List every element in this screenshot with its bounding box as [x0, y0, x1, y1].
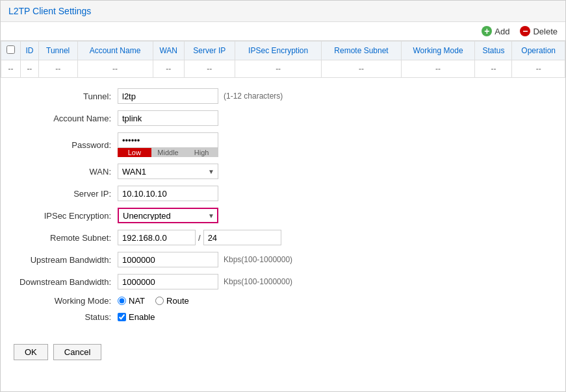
- form-section: Tunnel: (1-12 characters) Account Name: …: [1, 78, 565, 339]
- col-wan: WAN: [153, 42, 184, 60]
- ipsec-label: IPSec Encryption:: [14, 211, 118, 221]
- downstream-label: Downstream Bandwidth:: [14, 277, 118, 287]
- row-id: --: [21, 60, 39, 78]
- subnet-cidr-input[interactable]: [203, 230, 281, 245]
- toolbar: + Add − Delete: [1, 22, 565, 41]
- tunnel-hint: (1-12 characters): [224, 92, 283, 101]
- downstream-control: Kbps(100-1000000): [118, 274, 292, 289]
- downstream-hint: Kbps(100-1000000): [224, 277, 292, 286]
- cancel-button[interactable]: Cancel: [53, 344, 101, 360]
- row-check: --: [1, 60, 21, 78]
- nat-radio-label[interactable]: NAT: [118, 296, 145, 306]
- remote-subnet-control: /: [118, 230, 281, 245]
- wan-select-wrap: WAN1 ▼: [118, 164, 218, 179]
- strength-mid[interactable]: Middle: [151, 148, 185, 157]
- status-row: Status: Enable: [14, 312, 552, 322]
- col-checkbox[interactable]: [1, 42, 21, 60]
- tunnel-row: Tunnel: (1-12 characters): [14, 88, 552, 104]
- server-ip-control: [118, 186, 218, 201]
- password-input[interactable]: [118, 132, 218, 148]
- working-mode-control: NAT Route: [118, 296, 189, 306]
- password-row: Password: Low Middle High: [14, 132, 552, 157]
- page-title: L2TP Client Settings: [1, 1, 565, 22]
- status-checkbox[interactable]: [118, 313, 126, 321]
- col-status: Status: [475, 42, 512, 60]
- col-id: ID: [21, 42, 39, 60]
- route-radio-label[interactable]: Route: [155, 296, 189, 306]
- row-working-mode: --: [401, 60, 475, 78]
- col-server-ip: Server IP: [184, 42, 235, 60]
- password-control: Low Middle High: [118, 132, 218, 157]
- col-working-mode: Working Mode: [401, 42, 475, 60]
- select-all-checkbox[interactable]: [6, 45, 15, 54]
- button-row: OK Cancel: [1, 339, 565, 365]
- main-table: ID Tunnel Account Name WAN Server IP IPS…: [1, 41, 565, 78]
- server-ip-input[interactable]: [118, 186, 218, 201]
- route-label: Route: [166, 296, 189, 306]
- subnet-wrap: /: [118, 230, 281, 245]
- status-checkbox-group: Enable: [118, 312, 155, 322]
- downstream-row: Downstream Bandwidth: Kbps(100-1000000): [14, 274, 552, 289]
- row-tunnel: --: [38, 60, 77, 78]
- upstream-control: Kbps(100-1000000): [118, 252, 292, 267]
- upstream-label: Upstream Bandwidth:: [14, 255, 118, 265]
- password-strength-bar: Low Middle High: [118, 148, 218, 157]
- add-icon: +: [482, 26, 492, 36]
- row-status: --: [475, 60, 512, 78]
- add-button[interactable]: + Add: [482, 26, 509, 36]
- status-enable-label: Enable: [129, 312, 155, 322]
- col-operation: Operation: [512, 42, 565, 60]
- add-label: Add: [495, 27, 509, 36]
- downstream-input[interactable]: [118, 274, 218, 289]
- wan-label: WAN:: [14, 167, 118, 177]
- ipsec-control: Unencrypted ▼: [118, 208, 218, 223]
- nat-radio[interactable]: [118, 297, 126, 305]
- row-server-ip: --: [184, 60, 235, 78]
- ipsec-select-wrap: Unencrypted ▼: [118, 208, 218, 223]
- route-radio[interactable]: [155, 297, 164, 305]
- col-tunnel: Tunnel: [38, 42, 77, 60]
- ok-button[interactable]: OK: [14, 344, 48, 360]
- wan-row: WAN: WAN1 ▼: [14, 164, 552, 179]
- status-control: Enable: [118, 312, 155, 322]
- col-remote-subnet: Remote Subnet: [322, 42, 401, 60]
- strength-high[interactable]: High: [185, 148, 218, 157]
- table-row: -- -- -- -- -- -- -- -- -- -- --: [1, 60, 565, 78]
- strength-low[interactable]: Low: [118, 148, 151, 157]
- nat-label: NAT: [129, 296, 145, 306]
- account-name-control: [118, 110, 218, 126]
- col-ipsec: IPSec Encryption: [235, 42, 322, 60]
- row-wan: --: [153, 60, 184, 78]
- account-name-input[interactable]: [118, 110, 218, 126]
- col-account-name: Account Name: [77, 42, 153, 60]
- ipsec-select[interactable]: Unencrypted: [118, 208, 218, 223]
- upstream-input[interactable]: [118, 252, 218, 267]
- wan-control: WAN1 ▼: [118, 164, 218, 179]
- working-mode-row: Working Mode: NAT Route: [14, 296, 552, 306]
- upstream-row: Upstream Bandwidth: Kbps(100-1000000): [14, 252, 552, 267]
- subnet-slash: /: [198, 233, 201, 243]
- remote-subnet-row: Remote Subnet: /: [14, 230, 552, 245]
- account-name-label: Account Name:: [14, 114, 118, 123]
- row-remote-subnet: --: [322, 60, 401, 78]
- working-mode-radio-group: NAT Route: [118, 296, 189, 306]
- server-ip-label: Server IP:: [14, 189, 118, 199]
- wan-select[interactable]: WAN1: [118, 164, 218, 179]
- tunnel-control: (1-12 characters): [118, 88, 283, 104]
- server-ip-row: Server IP:: [14, 186, 552, 201]
- row-account: --: [77, 60, 153, 78]
- account-name-row: Account Name:: [14, 110, 552, 126]
- working-mode-label: Working Mode:: [14, 296, 118, 306]
- row-operation: --: [512, 60, 565, 78]
- delete-label: Delete: [533, 27, 558, 36]
- subnet-ip-input[interactable]: [118, 230, 196, 245]
- tunnel-label: Tunnel:: [14, 92, 118, 101]
- row-ipsec: --: [235, 60, 322, 78]
- remote-subnet-label: Remote Subnet:: [14, 233, 118, 243]
- password-label: Password:: [14, 140, 118, 150]
- tunnel-input[interactable]: [118, 88, 218, 104]
- upstream-hint: Kbps(100-1000000): [224, 255, 292, 264]
- delete-button[interactable]: − Delete: [520, 26, 558, 36]
- status-label: Status:: [14, 312, 118, 322]
- delete-icon: −: [520, 26, 530, 36]
